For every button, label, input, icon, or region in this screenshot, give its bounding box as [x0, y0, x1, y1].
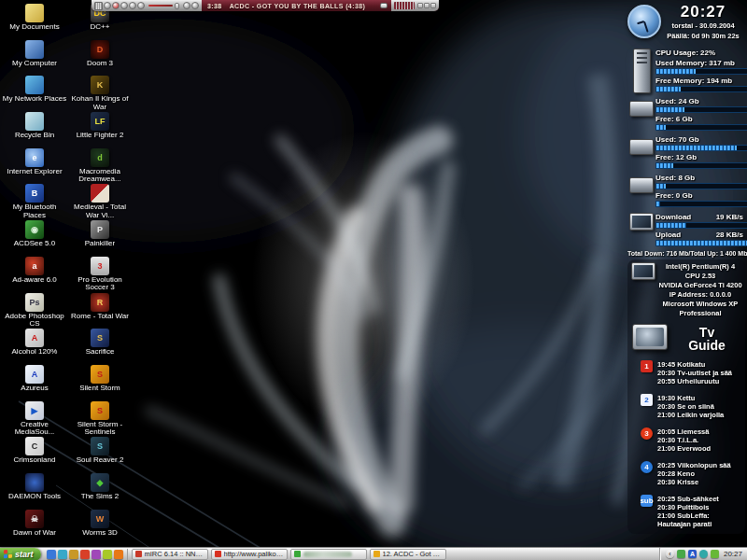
winamp-eq-button[interactable] [183, 2, 190, 9]
desktop-icon-dawn-of-war[interactable]: ☠ Dawn of War [2, 508, 67, 544]
quicklaunch-icon-6[interactable] [103, 550, 112, 559]
task-button-messenger[interactable] [290, 549, 367, 560]
desktop-icon-crimsonland[interactable]: C Crimsonland [2, 435, 67, 471]
desktop-icon-rome-total-war[interactable]: R Rome - Total War [67, 291, 133, 328]
desktop-icon-dreamweaver[interactable]: d Macromedia Dreamwea... [67, 147, 133, 183]
winamp-pause-button[interactable] [120, 2, 128, 9]
task-button-winamp[interactable]: 12. ACDC - Got You B... [370, 549, 446, 560]
quicklaunch-icon-7[interactable] [114, 550, 123, 559]
desktop-icon-image: ▶ [25, 401, 44, 420]
channel-mtv3: 3 20:05 Liemessä 20:30 T.i.L.a. 21:00 Ev… [641, 427, 743, 453]
widget-uptime: Päällä: 0d 9h 30m 22s [661, 32, 745, 40]
desktop-icon-acdsee[interactable]: ◉ ACDSee 5.0 [2, 218, 67, 255]
desktop-icon-image: P [91, 220, 109, 239]
desktop-icon-my-network-places[interactable]: My Network Places [2, 74, 67, 110]
desktop-icon-label: Soul Reaver 2 [67, 456, 133, 465]
desktop-icon-image: S [91, 365, 109, 384]
desktop-icon-my-documents[interactable]: My Documents [2, 2, 67, 38]
desktop-icon-painkiller[interactable]: P Painkiller [67, 218, 133, 255]
tv-guide: Tv Guide [629, 324, 743, 352]
desktop-icon-silent-storm-sentinels[interactable]: S Silent Storm - Sentinels [67, 399, 133, 436]
winamp-position-knob[interactable] [380, 3, 388, 8]
desktop-icon-doom-3[interactable]: D Doom 3 [67, 38, 133, 75]
desktop-icon-label: Alcohol 120% [2, 348, 67, 357]
desktop-icon-image: W [91, 510, 109, 528]
winamp-shade-button[interactable] [424, 3, 430, 8]
desktop-icon-ad-aware[interactable]: a Ad-aware 6.0 [2, 255, 67, 291]
desktop-icon-silent-storm[interactable]: S Silent Storm [67, 363, 133, 399]
task-button-mirc[interactable]: mIRC 6.14 :: NN 3.81... [132, 549, 208, 560]
desktop-icon-daemon-tools[interactable]: DAEMON Tools [2, 471, 67, 508]
winamp-close-button[interactable] [430, 3, 436, 8]
desktop-icon-alcohol-120[interactable]: A Alcohol 120% [2, 327, 67, 363]
desktop-icon-image: 3 [91, 257, 109, 275]
system-ip: IP Address: 0.0.0.0 [657, 290, 743, 300]
tray-clock[interactable]: 20:27 [722, 550, 742, 558]
quicklaunch-icon-4[interactable] [80, 550, 90, 559]
tray-hide-chevron-icon[interactable]: ‹ [666, 550, 674, 558]
desktop-icon-the-sims-2[interactable]: ◆ The Sims 2 [67, 471, 133, 508]
desktop-icon-image [25, 473, 44, 492]
tray-icon-3[interactable] [699, 550, 708, 558]
disk-free-meter [655, 124, 747, 131]
task-label: http://www.palikotoi... [224, 550, 284, 558]
desktop-icon-kohan-2[interactable]: K Kohan II Kings of War [67, 74, 133, 110]
desktop-icon-photoshop[interactable]: Ps Adobe Photoshop CS [2, 291, 67, 328]
desktop-icon-my-computer[interactable]: My Computer [2, 38, 67, 75]
winamp-minimize-button[interactable] [417, 3, 423, 8]
disk-usage-list: Used: 24 Gb Free: 6 Gb Used: 70 Gb Free:… [627, 97, 745, 209]
mirc-icon [135, 551, 142, 557]
winamp-play-button[interactable] [112, 2, 120, 9]
desktop-icon-recycle-bin[interactable]: Recycle Bin [2, 110, 67, 147]
desktop-icon-little-fighter-2[interactable]: LF Little Fighter 2 [67, 110, 133, 147]
winamp-position-slider[interactable] [371, 0, 391, 11]
tray-icon-4[interactable] [711, 550, 719, 558]
winamp-volume-line [148, 5, 173, 7]
desktop-icon-soul-reaver-2[interactable]: S Soul Reaver 2 [67, 435, 133, 471]
system-info-panel: Intel(R) Pentium(R) 4 CPU 2.53 NVIDIA Ge… [627, 259, 745, 534]
system-cpu: Intel(R) Pentium(R) 4 CPU 2.53 [657, 262, 743, 281]
start-button[interactable]: start [0, 548, 41, 560]
desktop-icon-pes-3[interactable]: 3 Pro Evolution Soccer 3 [67, 255, 133, 291]
quicklaunch-icon-1[interactable] [47, 550, 56, 559]
desktop-icon-internet-explorer[interactable]: e Internet Explorer [2, 147, 67, 183]
desktop-icon-image: d [91, 148, 109, 167]
desktop-icon-label: Internet Explorer [2, 168, 67, 176]
winamp-volume-slider[interactable] [148, 3, 179, 9]
desktop-icon-label: The Sims 2 [67, 493, 133, 501]
channel-tv1: 1 19:45 Kotikatu 20:30 Tv-uutiset ja sää… [641, 360, 743, 385]
winamp-playlist-button[interactable] [191, 2, 199, 9]
winamp-next-button[interactable] [137, 2, 145, 9]
winamp-previous-button[interactable] [104, 2, 111, 9]
widget-date: torstai - 30.09.2004 [661, 21, 745, 30]
desktop-icon-my-bluetooth-places[interactable]: B My Bluetooth Places [2, 182, 67, 218]
winamp-shade-bar[interactable]: 3:38 ACDC - GOT YOU BY THE BALLS (4:38) [92, 0, 439, 11]
quicklaunch-icon-3[interactable] [69, 550, 78, 559]
quicklaunch-icon-2[interactable] [58, 550, 67, 559]
winamp-volume-knob[interactable] [175, 3, 179, 9]
disk-free-label: Free: 6 Gb [655, 115, 745, 123]
disk-free-meter [655, 201, 747, 207]
desktop-icon-azureus[interactable]: A Azureus [2, 363, 67, 399]
download-rate: 19 KB/s [716, 213, 743, 221]
winamp-stop-button[interactable] [129, 2, 136, 9]
winamp-elapsed-time: 3:38 [207, 3, 222, 9]
desktop-icon-image: K [91, 76, 109, 94]
task-button-browser[interactable]: http://www.palikotoi... [211, 549, 288, 560]
task-label: 12. ACDC - Got You B... [383, 550, 443, 558]
free-memory-label: Free Memory: 194 mb [655, 77, 745, 85]
desktop-icon-medieval-total-war[interactable]: Medieval - Total War Vi... [67, 182, 133, 218]
quicklaunch-icon-5[interactable] [92, 550, 101, 559]
desktop-icon-image [25, 4, 44, 22]
disk-used-meter [655, 183, 747, 189]
tray-icon-1[interactable] [677, 550, 685, 558]
desktop-icon-image: B [25, 184, 44, 203]
upload-label: Upload [655, 231, 681, 239]
winamp-menu-icon[interactable] [94, 2, 103, 10]
computer-tower-icon [633, 49, 651, 93]
tray-icon-2[interactable]: A [688, 550, 697, 558]
desktop-icon-sacrifice[interactable]: S Sacrifice [67, 327, 133, 363]
desktop-icon-worms-3d[interactable]: W Worms 3D [67, 508, 133, 544]
desktop-icon-creative-mediasource[interactable]: ▶ Creative MediaSou... [2, 399, 67, 436]
tv-guide-title-line2: Guide [670, 339, 743, 352]
